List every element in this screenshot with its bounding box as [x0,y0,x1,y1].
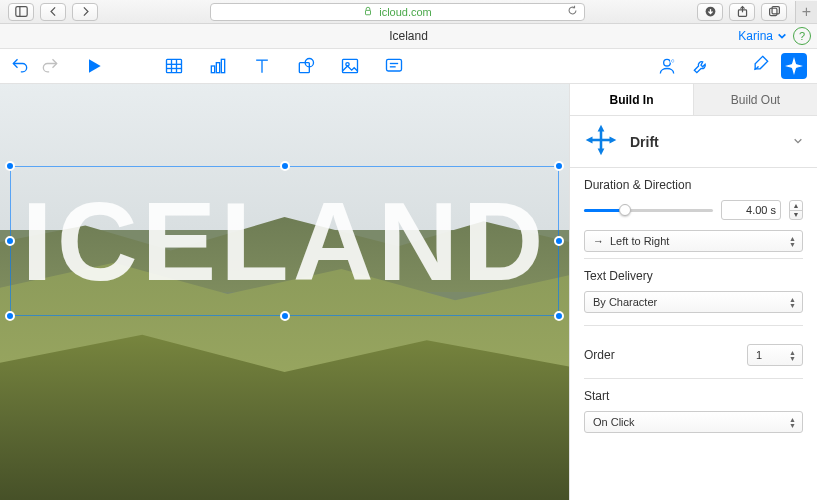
shape-button[interactable] [296,56,316,76]
comment-button[interactable] [384,56,404,76]
svg-rect-13 [211,66,214,73]
format-brush-button[interactable] [751,53,771,73]
label-start: Start [584,389,803,403]
slide-canvas[interactable]: ICELAND [0,84,569,500]
order-value: 1 [756,349,762,361]
reload-icon[interactable] [567,5,578,18]
drift-icon [584,123,618,160]
chevron-down-icon [793,135,803,149]
svg-rect-20 [343,59,358,72]
url-host: icloud.com [379,6,432,18]
start-value: On Click [593,416,635,428]
tools-button[interactable] [691,56,711,76]
help-button[interactable]: ? [793,27,811,45]
duration-stepper[interactable]: ▲▼ [789,200,803,220]
title-text[interactable]: ICELAND [11,167,558,317]
section-order: Order 1 ▲▼ [570,326,817,379]
tab-build-in[interactable]: Build In [570,84,694,115]
svg-point-25 [664,59,671,66]
nav-forward-button[interactable] [72,3,98,21]
inspector-panel: Build In Build Out Drift Duration & Dire [569,84,817,500]
user-menu[interactable]: Karina [738,29,787,43]
svg-rect-8 [167,59,182,72]
resize-handle-tm[interactable] [280,161,290,171]
new-tab-button[interactable]: + [795,1,817,23]
chevron-down-icon [777,31,787,41]
svg-rect-15 [221,59,224,72]
svg-rect-18 [299,63,309,73]
direction-value: Left to Right [610,235,669,247]
effect-name: Drift [630,134,659,150]
resize-handle-br[interactable] [554,311,564,321]
effect-selector[interactable]: Drift [570,116,817,168]
workspace: ICELAND Build In Build Out [0,84,817,500]
updown-icon: ▲▼ [789,297,796,308]
url-bar[interactable]: icloud.com [210,3,585,21]
svg-rect-22 [387,59,402,71]
app-toolbar [0,49,817,84]
arrow-right-icon: → [593,235,604,247]
title-bar: Iceland Karina ? [0,24,817,49]
section-duration-direction: Duration & Direction 4.00 s ▲▼ → Left to… [570,168,817,259]
animate-button[interactable] [781,53,807,79]
svg-marker-7 [89,59,101,72]
updown-icon: ▲▼ [789,350,796,361]
label-order: Order [584,348,615,362]
downloads-button[interactable] [697,3,723,21]
label-text-delivery: Text Delivery [584,269,803,283]
text-button[interactable] [252,56,272,76]
tab-build-out[interactable]: Build Out [694,84,817,115]
resize-handle-ml[interactable] [5,236,15,246]
resize-handle-tl[interactable] [5,161,15,171]
label-duration-direction: Duration & Direction [584,178,803,192]
tabs-button[interactable] [761,3,787,21]
nav-back-button[interactable] [40,3,66,21]
document-title: Iceland [389,24,428,49]
updown-icon: ▲▼ [789,417,796,428]
play-button[interactable] [84,56,104,76]
user-name: Karina [738,29,773,43]
build-tabs: Build In Build Out [570,84,817,116]
delivery-value: By Character [593,296,657,308]
browser-chrome: icloud.com + [0,0,817,24]
collaborate-button[interactable] [657,56,677,76]
svg-rect-0 [15,7,26,17]
resize-handle-tr[interactable] [554,161,564,171]
table-button[interactable] [164,56,184,76]
svg-rect-2 [366,10,371,14]
section-text-delivery: Text Delivery By Character ▲▼ [570,259,817,326]
resize-handle-mr[interactable] [554,236,564,246]
chart-button[interactable] [208,56,228,76]
order-select[interactable]: 1 ▲▼ [747,344,803,366]
lock-icon [363,6,373,18]
share-button[interactable] [729,3,755,21]
image-button[interactable] [340,56,360,76]
duration-field[interactable]: 4.00 s [721,200,781,220]
sidebar-toggle-button[interactable] [8,3,34,21]
updown-icon: ▲▼ [789,236,796,247]
resize-handle-bl[interactable] [5,311,15,321]
delivery-select[interactable]: By Character ▲▼ [584,291,803,313]
duration-slider[interactable] [584,202,713,218]
selected-text-box[interactable]: ICELAND [10,166,559,316]
start-select[interactable]: On Click ▲▼ [584,411,803,433]
svg-rect-14 [216,63,219,73]
svg-marker-29 [787,59,801,73]
undo-button[interactable] [10,56,30,76]
section-start: Start On Click ▲▼ [570,379,817,433]
slider-thumb[interactable] [619,204,631,216]
resize-handle-bm[interactable] [280,311,290,321]
redo-button[interactable] [40,56,60,76]
direction-select[interactable]: → Left to Right ▲▼ [584,230,803,252]
